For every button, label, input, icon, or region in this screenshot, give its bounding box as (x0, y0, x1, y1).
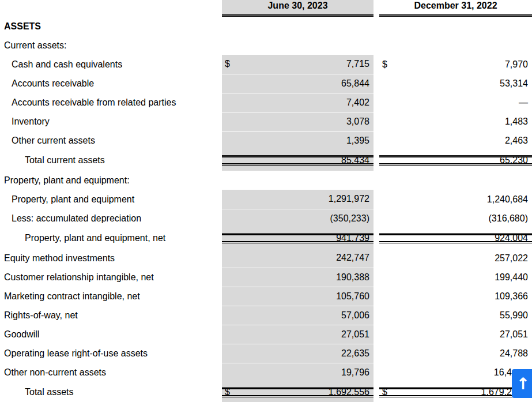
cell-value-june: 105,760 (227, 291, 369, 302)
table-row: Property, plant and equipment 1,291,972 … (0, 190, 532, 209)
cell-value-december: 1,483 (384, 117, 528, 127)
row-label-cell: Property, plant and equipment: (0, 171, 222, 190)
balance-sheet-table: June 30, 2023 December 31, 2022 ASSETS (0, 0, 532, 402)
table-row: Total current assets 85,434 65,230 (0, 150, 532, 171)
row-label: Other non-current assets (4, 367, 106, 377)
row-label-cell: Inventory (0, 112, 222, 131)
cell-june (222, 36, 373, 55)
column-gap (373, 209, 379, 228)
row-label-cell: Total assets (0, 382, 222, 402)
cell-june: 85,434 (222, 150, 373, 171)
cell-december: 924,004 (379, 228, 532, 249)
cell-value-june: 190,388 (227, 272, 369, 283)
header-row: June 30, 2023 December 31, 2022 (0, 0, 532, 17)
column-gap (373, 287, 379, 306)
table-row: ASSETS (0, 17, 532, 36)
table-row: Accounts receivable from related parties… (0, 93, 532, 112)
cell-value-june: 19,796 (227, 367, 369, 378)
cell-value-december: 924,004 (384, 233, 528, 243)
row-label-cell: Marketing contract intangible, net (0, 287, 222, 306)
table-row: Marketing contract intangible, net 105,7… (0, 287, 532, 306)
cell-december (379, 171, 532, 190)
row-label-cell: Other current assets (0, 131, 222, 150)
cell-value-june: 22,635 (227, 348, 369, 359)
table-row: Less: accumulated depreciation (350,233)… (0, 209, 532, 228)
cell-june: 19,796 (222, 363, 373, 382)
table-row: Operating lease right-of-use assets 22,6… (0, 344, 532, 363)
cell-december: 55,990 (379, 306, 532, 325)
cell-value-june: 1,692,556 (232, 387, 369, 397)
row-label: Current assets: (4, 40, 66, 50)
cell-value-june: 242,747 (227, 253, 369, 263)
row-label: Total current assets (25, 155, 105, 165)
dollar-sign: $ (382, 387, 387, 397)
row-label: Equity method investments (4, 253, 115, 263)
dollar-sign: $ (382, 59, 387, 70)
cell-value-june: 7,402 (227, 97, 369, 108)
cell-december: 27,051 (379, 325, 532, 344)
cell-value-june: 7,715 (232, 59, 369, 69)
table-row: Other non-current assets 19,796 16,4 (0, 363, 532, 382)
cell-june: 57,006 (222, 306, 373, 325)
cell-december (379, 17, 532, 36)
column-gap (373, 150, 379, 171)
column-header-december: December 31, 2022 (379, 0, 532, 17)
cell-june: (350,233) (222, 209, 373, 228)
row-label: Property, plant and equipment, net (25, 233, 165, 243)
column-gap (373, 344, 379, 363)
row-label: Rights-of-way, net (4, 310, 78, 320)
row-label: Property, plant and equipment (12, 194, 134, 204)
row-label-cell: Rights-of-way, net (0, 306, 222, 325)
row-label: Other current assets (12, 136, 95, 145)
cell-value-june: 65,844 (227, 78, 369, 89)
row-label: Property, plant and equipment: (4, 175, 130, 185)
row-label: Operating lease right-of-use assets (4, 348, 148, 358)
cell-value-december: 24,788 (384, 348, 528, 359)
column-gap (373, 0, 379, 17)
row-label-cell: Equity method investments (0, 249, 222, 268)
cell-value-december: 257,022 (384, 253, 528, 264)
cell-value-june: 1,395 (227, 136, 369, 146)
cell-december: 24,788 (379, 344, 532, 363)
column-gap (373, 382, 379, 402)
column-gap (373, 171, 379, 190)
cell-june: $ 7,715 (222, 55, 373, 74)
table-row: Property, plant and equipment, net 941,7… (0, 228, 532, 249)
column-gap (373, 228, 379, 249)
column-gap (373, 131, 379, 150)
cell-value-june: 85,434 (227, 155, 369, 166)
row-label: Cash and cash equivalents (12, 59, 122, 69)
table-row: Rights-of-way, net 57,006 55,990 (0, 306, 532, 325)
row-label-cell: Cash and cash equivalents (0, 55, 222, 74)
cell-december (379, 36, 532, 55)
cell-december: $ 1,679,2 (379, 382, 532, 402)
cell-june: 22,635 (222, 344, 373, 363)
table-row: Goodwill 27,051 27,051 (0, 325, 532, 344)
table-row: Total assets $ 1,692,556 $ 1,679,2 (0, 382, 532, 402)
cell-value-december: 27,051 (384, 329, 528, 340)
column-gap (373, 325, 379, 344)
cell-december: 199,440 (379, 268, 532, 287)
row-label: Accounts receivable (12, 78, 94, 88)
cell-value-december: 109,366 (384, 291, 528, 302)
cell-value-december: 53,314 (384, 78, 528, 89)
row-label-cell: Operating lease right-of-use assets (0, 344, 222, 363)
cell-june: $ 1,692,556 (222, 382, 373, 402)
row-label: ASSETS (4, 21, 41, 31)
cell-value-june: 941,739 (227, 233, 369, 243)
column-gap (373, 112, 379, 131)
cell-value-december: 55,990 (384, 310, 528, 321)
dollar-sign: $ (225, 59, 230, 69)
scroll-to-top-button[interactable]: ↑ (512, 369, 532, 398)
cell-december: $ 7,970 (379, 55, 532, 74)
table-row: Inventory 3,078 1,483 (0, 112, 532, 131)
cell-value-june: 27,051 (227, 329, 369, 340)
cell-value-december: 2,463 (384, 136, 528, 146)
cell-value-june: 57,006 (227, 310, 369, 321)
row-label-cell: Property, plant and equipment, net (0, 228, 222, 249)
row-label-cell: Other non-current assets (0, 363, 222, 382)
row-label-cell: Less: accumulated depreciation (0, 209, 222, 228)
cell-june: 3,078 (222, 112, 373, 131)
cell-june: 1,291,972 (222, 190, 373, 209)
cell-june: 7,402 (222, 93, 373, 112)
